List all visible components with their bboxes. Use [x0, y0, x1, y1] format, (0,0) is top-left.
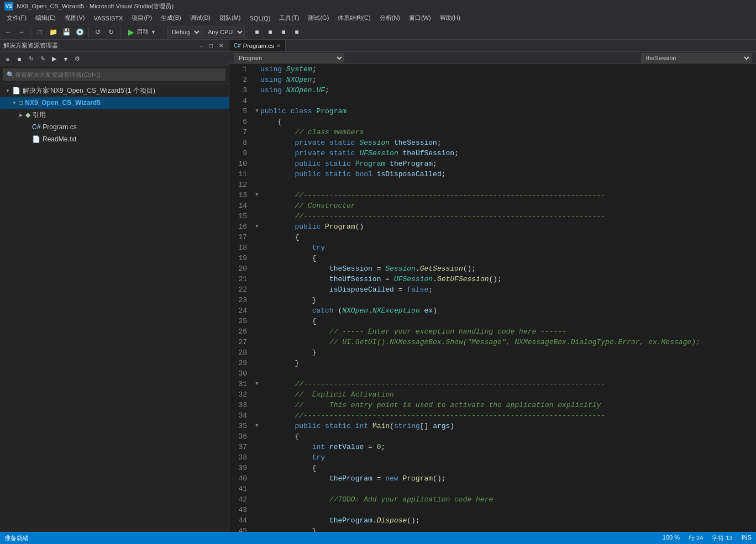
line-number: 10 [235, 159, 247, 169]
code-line: theProgram = new Program(); [254, 473, 756, 484]
menu-file[interactable]: 文件(F) [2, 12, 31, 24]
status-zoom[interactable]: 100 % [663, 534, 680, 542]
menu-help[interactable]: 帮助(H) [435, 12, 465, 24]
code-token: ; [454, 148, 459, 159]
menu-project[interactable]: 项目(P) [127, 12, 156, 24]
code-token: using [260, 75, 282, 85]
toolbar-sep-4 [164, 27, 164, 37]
code-token: = [372, 263, 385, 274]
code-token: using [260, 64, 282, 75]
se-close-button[interactable]: ✕ [217, 41, 225, 50]
se-show-all[interactable]: ■ [14, 54, 25, 65]
programcs-label: Program.cs [43, 123, 76, 131]
code-line: { [254, 253, 756, 263]
code-token [325, 148, 329, 159]
tree-solution[interactable]: ▼ 📄 解决方案'NX9_Open_CS_Wizard5'(1 个项目) [0, 84, 229, 97]
menu-architecture[interactable]: 体系结构(C) [333, 12, 375, 24]
fold-indicator-icon[interactable]: ▼ [254, 379, 260, 389]
menu-team[interactable]: 团队(M) [215, 12, 245, 24]
code-token: (); [489, 274, 502, 284]
line-number: 15 [235, 211, 247, 221]
toolbar-extra-1[interactable]: ■ [251, 26, 263, 38]
line-number: 43 [235, 505, 247, 515]
fold-indicator-icon[interactable]: ▼ [254, 221, 260, 232]
fold-indicator-icon[interactable]: ▼ [254, 190, 260, 200]
se-collapse-all[interactable]: ≡ [2, 54, 13, 65]
code-token [321, 169, 325, 179]
nav-class-combo[interactable]: Program [234, 53, 344, 63]
tab-program-cs[interactable]: C# Program.cs ✕ [229, 40, 286, 51]
toolbar-redo[interactable]: ↻ [105, 26, 117, 38]
se-filter[interactable]: ▼ [60, 54, 71, 65]
code-token [282, 64, 286, 75]
tree-readme[interactable]: 📄 ReadMe.txt [0, 133, 229, 145]
fold-indicator-icon[interactable]: ▼ [254, 421, 260, 431]
code-line: theUfSession = UFSession.GetUFSession(); [254, 274, 756, 284]
code-token: NXException [372, 305, 420, 316]
nav-member-combo[interactable]: theSession [641, 53, 752, 63]
menu-window[interactable]: 窗口(W) [405, 12, 435, 24]
line-number: 5 [235, 106, 247, 117]
debug-mode-combo[interactable]: Debug [167, 27, 202, 38]
toolbar-save-all[interactable]: 💿 [74, 26, 86, 38]
code-line: } [254, 295, 756, 305]
menu-test[interactable]: 测试(G) [303, 12, 333, 24]
menu-tools[interactable]: 工具(T) [275, 12, 303, 24]
se-properties[interactable]: ✎ [37, 54, 48, 65]
tree-program-cs[interactable]: C# Program.cs [0, 121, 229, 133]
code-token [260, 410, 295, 421]
code-line: // Constructor [254, 200, 756, 211]
line-number: 11 [235, 169, 247, 179]
code-line: private static Session theSession; [254, 138, 756, 148]
code-token [385, 159, 390, 169]
se-preview[interactable]: ▶ [49, 54, 60, 65]
se-refresh[interactable]: ↻ [25, 54, 36, 65]
fold-indicator-icon[interactable]: ▼ [254, 106, 260, 117]
code-content[interactable]: using System;using NXOpen;using NXOpen.U… [251, 64, 756, 532]
toolbar-extra-4[interactable]: ■ [291, 26, 303, 38]
toolbar-open[interactable]: 📁 [47, 26, 59, 38]
line-number: 16 [235, 221, 247, 232]
toolbar-forward[interactable]: → [15, 26, 28, 38]
menu-debug[interactable]: 调试(D) [186, 12, 215, 24]
se-pin-button[interactable]: – [197, 41, 206, 50]
line-number: 20 [235, 263, 247, 274]
code-line: //TODO: Add your application code here [254, 494, 756, 505]
tree-project[interactable]: ▼ □ NX9_Open_CS_Wizard5 [0, 97, 229, 109]
tab-close-button[interactable]: ✕ [276, 43, 281, 49]
code-token [260, 263, 329, 274]
run-button[interactable]: ▶ 启动 ▼ [123, 26, 161, 38]
line-number: 35 [235, 421, 247, 431]
code-token: public [295, 221, 321, 232]
menu-view[interactable]: 视图(V) [60, 12, 90, 24]
se-settings[interactable]: ⚙ [72, 54, 83, 65]
toolbar-save[interactable]: 💾 [60, 26, 72, 38]
menu-vassistx[interactable]: VASSISTX [89, 12, 127, 24]
se-dock-button[interactable]: □ [207, 41, 216, 50]
platform-combo[interactable]: Any CPU [203, 27, 245, 38]
solution-icon: 📄 [12, 87, 20, 94]
menu-analyze[interactable]: 分析(N) [375, 12, 405, 24]
se-search-input[interactable] [3, 68, 225, 81]
menu-build[interactable]: 生成(B) [156, 12, 186, 24]
tab-bar: C# Program.cs ✕ [229, 40, 756, 52]
editor-area: C# Program.cs ✕ Program theSession 12345… [229, 40, 756, 532]
code-token: } [260, 358, 299, 368]
code-token: public [295, 169, 321, 179]
toolbar-extra-3[interactable]: ■ [277, 26, 290, 38]
code-token: //TODO: Add your application code here [329, 494, 493, 505]
line-number: 4 [235, 96, 247, 106]
line-number: 37 [235, 442, 247, 452]
toolbar-undo[interactable]: ↺ [92, 26, 104, 38]
toolbar-new[interactable]: □ [34, 26, 46, 38]
code-token [351, 421, 355, 431]
menu-sql[interactable]: SQL(Q) [245, 12, 275, 24]
menu-edit[interactable]: 编辑(E) [31, 12, 60, 24]
code-line: try [254, 242, 756, 253]
code-token: Program [402, 473, 433, 484]
toolbar-extra-2[interactable]: ■ [264, 26, 276, 38]
tree-references[interactable]: ▶ ◆ 引用 [0, 109, 229, 121]
toolbar-back[interactable]: ← [2, 26, 14, 38]
code-token [260, 274, 329, 284]
code-token: ; [312, 75, 317, 85]
